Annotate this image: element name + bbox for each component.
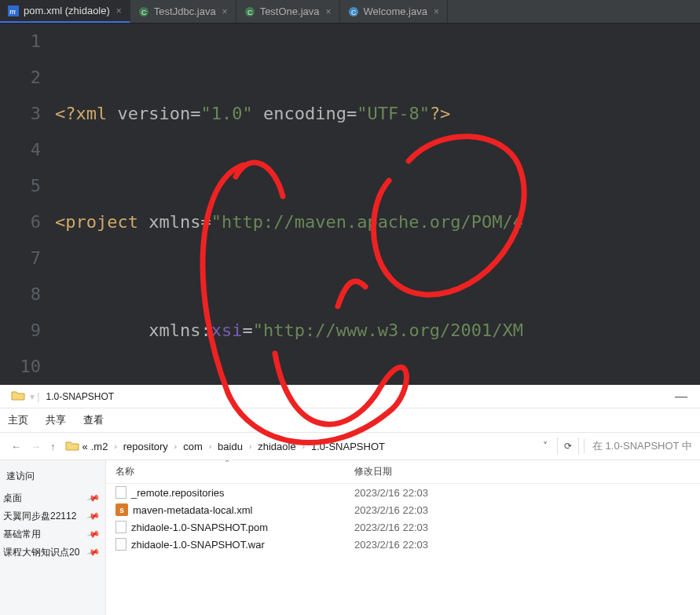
close-icon[interactable]: × bbox=[116, 5, 122, 16]
crumb-snapshot[interactable]: 1.0-SNAPSHOT bbox=[311, 441, 385, 452]
chevron-right-icon: › bbox=[174, 442, 177, 451]
file-explorer-window: ▾ | 1.0-SNAPSHOT — 主页 共享 查看 ← → ↑ « .m2›… bbox=[0, 385, 700, 615]
refresh-button[interactable]: ⟳ bbox=[557, 437, 579, 455]
close-icon[interactable]: × bbox=[434, 6, 439, 17]
file-icon bbox=[115, 521, 126, 533]
chevron-right-icon: › bbox=[249, 442, 251, 451]
explorer-navbar: ← → ↑ « .m2› repository› com› baidu› zhi… bbox=[0, 432, 700, 460]
forward-button[interactable]: → bbox=[26, 441, 46, 452]
file-date: 2023/2/16 22:03 bbox=[354, 522, 428, 533]
breadcrumb[interactable]: « .m2› repository› com› baidu› zhidaole›… bbox=[65, 440, 539, 453]
close-icon[interactable]: × bbox=[222, 6, 228, 17]
tab-label: TestOne.java bbox=[260, 5, 320, 17]
tab-pom-xml[interactable]: m pom.xml (zhidaole) × bbox=[0, 0, 130, 23]
sidebar-item-basic[interactable]: 基础常用📌 bbox=[0, 525, 105, 544]
window-title: 1.0-SNAPSHOT bbox=[46, 391, 114, 402]
pin-icon: 📌 bbox=[86, 491, 101, 505]
tab-testone[interactable]: C TestOne.java × bbox=[236, 0, 340, 23]
file-date: 2023/2/16 22:03 bbox=[354, 539, 428, 551]
crumb-repository[interactable]: repository bbox=[123, 441, 168, 452]
tab-label: TestJdbc.java bbox=[154, 5, 216, 17]
folder-icon bbox=[65, 440, 79, 453]
svg-text:m: m bbox=[9, 6, 16, 16]
explorer-titlebar: ▾ | 1.0-SNAPSHOT — bbox=[0, 385, 700, 408]
column-header-date[interactable]: 修改日期 bbox=[354, 465, 392, 478]
ide-editor-pane: m pom.xml (zhidaole) × C TestJdbc.java ×… bbox=[0, 0, 700, 385]
close-icon[interactable]: × bbox=[326, 6, 332, 17]
chevron-right-icon: › bbox=[209, 442, 211, 451]
sidebar-item-cloud[interactable]: 天翼同步盘22112📌 bbox=[0, 507, 105, 525]
folder-icon bbox=[11, 390, 25, 403]
sidebar-item-desktop[interactable]: 桌面📌 bbox=[0, 489, 105, 507]
file-date: 2023/2/16 22:03 bbox=[354, 504, 428, 516]
chevron-right-icon: › bbox=[302, 442, 305, 451]
tab-testjdbc[interactable]: C TestJdbc.java × bbox=[130, 0, 236, 23]
menu-view[interactable]: 查看 bbox=[83, 413, 104, 427]
column-header-name[interactable]: 名称 bbox=[106, 465, 354, 478]
svg-text:C: C bbox=[141, 9, 147, 16]
sidebar-item-course[interactable]: 课程大钢知识点20📌 bbox=[0, 544, 105, 562]
chevron-right-icon: › bbox=[114, 442, 116, 451]
menu-share[interactable]: 共享 bbox=[46, 413, 66, 427]
search-input[interactable]: 在 1.0-SNAPSHOT 中 bbox=[584, 439, 694, 453]
file-list-area: ⌃ 名称 修改日期 _remote.repositories 2023/2/16… bbox=[106, 460, 700, 615]
java-class-icon: C bbox=[138, 6, 149, 17]
explorer-body: 速访问 桌面📌 天翼同步盘22112📌 基础常用📌 课程大钢知识点20📌 ⌃ 名… bbox=[0, 460, 700, 615]
file-name: _remote.repositories bbox=[131, 487, 225, 499]
file-name: zhidaole-1.0-SNAPSHOT.pom bbox=[131, 522, 268, 533]
file-name: zhidaole-1.0-SNAPSHOT.war bbox=[131, 539, 265, 551]
up-button[interactable]: ↑ bbox=[46, 441, 60, 452]
file-row[interactable]: zhidaole-1.0-SNAPSHOT.pom 2023/2/16 22:0… bbox=[106, 518, 700, 536]
svg-text:C: C bbox=[351, 9, 357, 16]
file-name: maven-metadata-local.xml bbox=[133, 504, 252, 516]
divider-icon: ▾ | bbox=[30, 391, 39, 402]
java-class-icon: C bbox=[244, 6, 255, 17]
svg-text:C: C bbox=[247, 9, 253, 16]
file-row[interactable]: _remote.repositories 2023/2/16 22:03 bbox=[106, 484, 700, 501]
back-button[interactable]: ← bbox=[6, 441, 26, 452]
explorer-menubar: 主页 共享 查看 bbox=[0, 408, 700, 432]
file-row[interactable]: zhidaole-1.0-SNAPSHOT.war 2023/2/16 22:0… bbox=[106, 536, 700, 553]
crumb-m2[interactable]: .m2 bbox=[91, 441, 108, 452]
crumb-baidu[interactable]: baidu bbox=[218, 441, 243, 452]
sidebar-quick-access[interactable]: 速访问 bbox=[0, 468, 105, 489]
crumb-dots[interactable]: « bbox=[82, 441, 88, 452]
tab-welcome[interactable]: C Welcome.java × bbox=[340, 0, 448, 23]
file-row[interactable]: smaven-metadata-local.xml 2023/2/16 22:0… bbox=[106, 501, 700, 518]
file-icon bbox=[115, 538, 126, 551]
pin-icon: 📌 bbox=[86, 545, 101, 559]
xml-file-icon: s bbox=[115, 503, 128, 516]
chevron-down-icon[interactable]: ˅ bbox=[538, 441, 552, 452]
maven-icon: m bbox=[8, 5, 19, 16]
editor-tabs: m pom.xml (zhidaole) × C TestJdbc.java ×… bbox=[0, 0, 700, 24]
pin-icon: 📌 bbox=[86, 509, 101, 523]
file-icon bbox=[115, 486, 126, 499]
crumb-zhidaole[interactable]: zhidaole bbox=[258, 441, 295, 452]
explorer-sidebar: 速访问 桌面📌 天翼同步盘22112📌 基础常用📌 课程大钢知识点20📌 bbox=[0, 460, 106, 615]
sort-indicator-icon: ⌃ bbox=[224, 459, 230, 467]
file-date: 2023/2/16 22:03 bbox=[354, 487, 428, 499]
tab-label: Welcome.java bbox=[364, 5, 427, 17]
crumb-com[interactable]: com bbox=[183, 441, 203, 452]
tab-label: pom.xml (zhidaole) bbox=[24, 5, 110, 16]
file-list-header: ⌃ 名称 修改日期 bbox=[106, 460, 700, 484]
minimize-button[interactable]: — bbox=[669, 390, 694, 404]
pin-icon: 📌 bbox=[86, 527, 101, 541]
java-class-icon: C bbox=[348, 6, 359, 17]
menu-home[interactable]: 主页 bbox=[8, 413, 28, 427]
